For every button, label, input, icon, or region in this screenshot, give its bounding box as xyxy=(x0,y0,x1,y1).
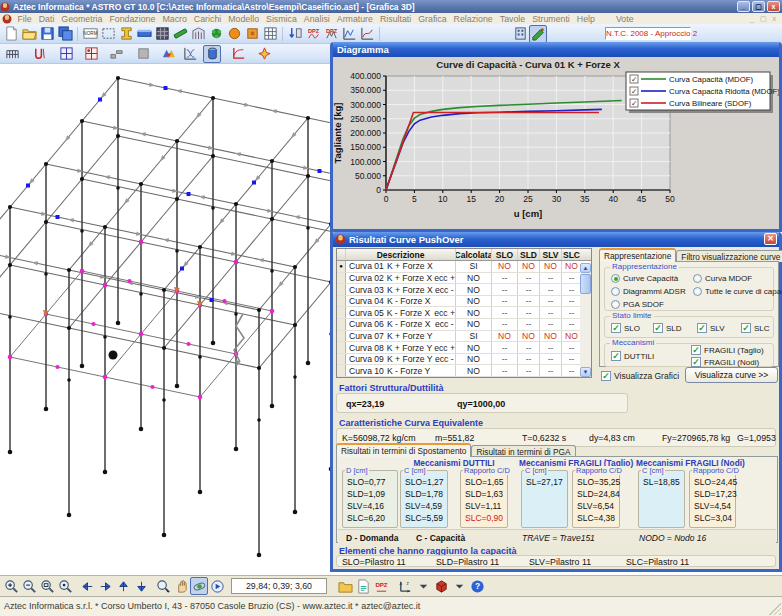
menu-dati[interactable]: Dati xyxy=(35,14,58,24)
rebar-u-icon[interactable] xyxy=(30,45,48,63)
menu-analisi[interactable]: Analisi xyxy=(300,14,333,24)
zoom-in-icon[interactable] xyxy=(2,577,20,595)
checkbox-slo[interactable]: ✓SLO xyxy=(611,323,640,333)
scroll-up-icon[interactable]: ▲ xyxy=(580,263,591,273)
pan-left-icon[interactable] xyxy=(78,577,96,595)
pushover-curve-icon[interactable] xyxy=(229,45,247,63)
menu-macro[interactable]: Macro xyxy=(159,14,190,24)
caret-down-icon[interactable] xyxy=(414,577,432,595)
dpz-spectrum-2-icon[interactable]: DPZ xyxy=(322,25,340,43)
column-header-calcolata[interactable]: Calcolata xyxy=(456,249,492,260)
menu-relazione[interactable]: Relazione xyxy=(450,14,496,24)
table-row[interactable]: Curva 09K + Forze Yecc -NO-------- xyxy=(337,354,591,366)
tab-rappresentazione[interactable]: Rappresentazione xyxy=(599,248,676,262)
graph-lambda-icon[interactable] xyxy=(181,45,199,63)
menu-file[interactable]: File xyxy=(14,14,35,24)
radio-tutte-le-curve-di-capacit-[interactable]: Tutte le curve di capacità xyxy=(693,287,782,296)
export-dpz-icon[interactable]: DPZ xyxy=(372,577,390,595)
table-row[interactable]: Curva 03K + Forze Xecc -NO-------- xyxy=(337,284,591,296)
verify-brush-icon[interactable] xyxy=(529,25,547,43)
zoom-out-icon[interactable] xyxy=(20,577,38,595)
column-3d-icon[interactable] xyxy=(203,45,221,63)
tab-risultati-spostamento[interactable]: Risultati in termini di Spostamento xyxy=(336,443,471,457)
table-row[interactable]: ●Curva 01K + Forze XSINONONONO xyxy=(337,261,591,273)
diagram-window-titlebar[interactable]: Diagramma xyxy=(333,42,779,57)
column-header-slc[interactable]: SLC xyxy=(562,249,581,260)
menu-strumenti[interactable]: Strumenti xyxy=(529,14,574,24)
zoom-window-icon[interactable] xyxy=(38,577,56,595)
solid-view-icon[interactable] xyxy=(159,45,177,63)
radio-curva-mdof[interactable]: Curva MDOF xyxy=(693,274,752,283)
radio-curve-capacit-[interactable]: Curve Capacità xyxy=(611,274,678,283)
zoom-previous-icon[interactable] xyxy=(56,577,74,595)
menu-geometria[interactable]: Geometria xyxy=(58,14,106,24)
menu-modello[interactable]: Modello xyxy=(225,14,263,24)
table-row[interactable]: Curva 10K - Forze YNO-------- xyxy=(337,365,591,377)
column-header-slv[interactable]: SLV xyxy=(540,249,562,260)
table-row[interactable]: Curva 06K - Forze Xecc -NO-------- xyxy=(337,319,591,331)
checkbox-slv[interactable]: ✓SLV xyxy=(697,323,725,333)
norm-standards-icon[interactable]: NORM xyxy=(81,25,99,43)
menu-tavole[interactable]: Tavole xyxy=(496,14,528,24)
pan-hand-icon[interactable] xyxy=(172,577,190,595)
pushover-window-titlebar[interactable]: Risultati Curve PushOver ✕ xyxy=(333,232,779,247)
checkbox-sld[interactable]: ✓SLD xyxy=(653,323,682,333)
checkbox-slc[interactable]: ✓SLC xyxy=(741,323,770,333)
folder-yellow-icon[interactable] xyxy=(336,577,354,595)
maximize-button[interactable]: ▢ xyxy=(752,1,765,12)
pan-up-icon[interactable] xyxy=(114,577,132,595)
mesh-grid-icon[interactable] xyxy=(153,25,171,43)
section-shapes-icon[interactable] xyxy=(107,45,125,63)
selection-rect-icon[interactable] xyxy=(99,25,117,43)
open-folder-icon[interactable] xyxy=(20,25,38,43)
column-header-sld[interactable]: SLD xyxy=(518,249,540,260)
radio-pga-sdof[interactable]: PGA SDOF xyxy=(611,300,664,309)
visualizza-curve-button[interactable]: Visualizza curve >> xyxy=(685,367,778,383)
pan-right-icon[interactable] xyxy=(96,577,114,595)
node-orange-icon[interactable] xyxy=(225,25,243,43)
menu-carichi[interactable]: Carichi xyxy=(190,14,224,24)
frame-window-icon[interactable] xyxy=(57,45,75,63)
save-icon[interactable] xyxy=(38,25,56,43)
menu-vote[interactable]: Vote xyxy=(612,14,637,24)
grid-table-icon[interactable] xyxy=(261,25,279,43)
structure-frame-icon[interactable] xyxy=(3,45,21,63)
checkbox-fragili-taglio-[interactable]: ✓FRAGILI (Taglio) xyxy=(691,345,764,355)
axes-ucs-icon[interactable]: z xyxy=(396,577,414,595)
caret-down-2-icon[interactable] xyxy=(450,577,468,595)
pushover-close-icon[interactable]: ✕ xyxy=(764,233,777,245)
table-row[interactable]: Curva 08K + Forze Yecc +NO-------- xyxy=(337,342,591,354)
new-document-icon[interactable] xyxy=(2,25,20,43)
mdi-window-controls[interactable]: _ ▢ x xyxy=(750,15,778,23)
menu-grafica[interactable]: Grafica xyxy=(415,14,450,24)
close-button[interactable]: x xyxy=(767,1,780,12)
table-row[interactable]: Curva 02K + Forze Xecc +NO-------- xyxy=(337,273,591,285)
scroll-down-icon[interactable]: ▼ xyxy=(580,367,591,377)
vertex-green-icon[interactable] xyxy=(207,25,225,43)
building-grid-icon[interactable] xyxy=(189,25,207,43)
frame-window-2-icon[interactable] xyxy=(82,45,100,63)
table-row[interactable]: Curva 05K - Forze Xecc +NO-------- xyxy=(337,307,591,319)
visualizza-grafici-checkbox[interactable]: ✓Visualizza Grafici xyxy=(601,371,679,381)
save-all-icon[interactable] xyxy=(56,25,74,43)
help-icon[interactable]: ? xyxy=(468,577,486,595)
launch-analysis-icon[interactable] xyxy=(255,45,273,63)
building-view-icon[interactable] xyxy=(511,25,529,43)
play-animation-icon[interactable] xyxy=(208,577,226,595)
plinth-orange-icon[interactable] xyxy=(243,25,261,43)
scroll-thumb[interactable] xyxy=(580,274,591,294)
load-updown-icon[interactable] xyxy=(286,25,304,43)
graph-m-2-icon[interactable] xyxy=(358,25,376,43)
table-scrollbar[interactable]: ▲ ▼ xyxy=(580,263,591,377)
export-page-icon[interactable] xyxy=(354,577,372,595)
menu-risultati[interactable]: Risultati xyxy=(376,14,414,24)
column-header-slo[interactable]: SLO xyxy=(492,249,518,260)
dpz-spectrum-icon[interactable]: DPZ xyxy=(304,25,322,43)
coordinates-display[interactable]: 29,84; 0,39; 3,60 xyxy=(231,578,327,594)
column-header-descrizione[interactable]: Descrizione xyxy=(346,249,456,260)
radio-diagrammi-adsr[interactable]: Diagrammi ADSR xyxy=(611,287,686,296)
graph-m-icon[interactable] xyxy=(340,25,358,43)
resize-grip[interactable] xyxy=(769,603,781,615)
checkbox-fragili-nodi-[interactable]: ✓FRAGILI (Nodi) xyxy=(691,357,759,367)
pan-down-icon[interactable] xyxy=(132,577,150,595)
